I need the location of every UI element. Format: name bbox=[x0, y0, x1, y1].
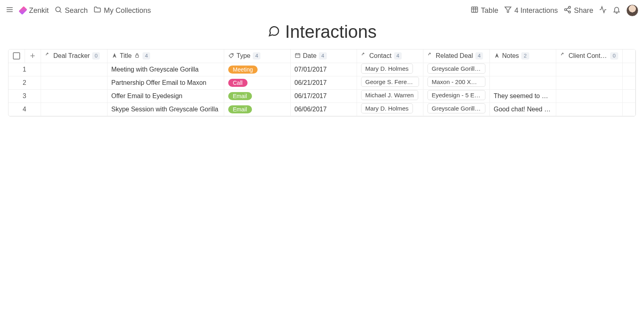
svg-point-10 bbox=[568, 6, 570, 8]
cell-type[interactable]: Email bbox=[224, 89, 290, 103]
row-number[interactable]: 3 bbox=[8, 89, 41, 103]
filter-button[interactable]: 4 Interactions bbox=[504, 6, 558, 16]
col-label: Notes bbox=[502, 52, 519, 60]
col-header-related[interactable]: Related Deal 4 bbox=[423, 49, 489, 63]
related-chip[interactable]: Eyedesign - 5 Eames bbox=[427, 90, 485, 100]
table-row[interactable]: 3Offer Email to EyedesignEmail06/17/2017… bbox=[8, 89, 636, 103]
cell-date[interactable]: 06/17/2017 bbox=[290, 89, 357, 103]
cell-related[interactable]: Maxon - 200 XA120 De bbox=[423, 76, 489, 89]
svg-rect-17 bbox=[295, 53, 299, 57]
share-button[interactable]: Share bbox=[564, 6, 593, 16]
cell-dealtracker[interactable] bbox=[41, 76, 107, 89]
table-row[interactable]: 1Meeting with Greyscale GorillaMeeting07… bbox=[8, 63, 636, 76]
related-chip[interactable]: Maxon - 200 XA120 De bbox=[427, 77, 485, 87]
cell-notes[interactable]: They seemed to be i… bbox=[489, 89, 556, 103]
cell-related[interactable]: Greyscale Gorilla Stud bbox=[423, 103, 489, 116]
svg-point-11 bbox=[564, 8, 566, 10]
cell-dealtracker[interactable] bbox=[41, 103, 107, 116]
col-header-date[interactable]: Date 4 bbox=[290, 49, 357, 63]
col-header-contact[interactable]: Contact 4 bbox=[357, 49, 423, 63]
type-pill: Email bbox=[228, 105, 252, 113]
data-table: + Deal Tracker 0 Title 4 bbox=[8, 49, 636, 117]
svg-rect-15 bbox=[136, 55, 139, 57]
contact-chip[interactable]: Mary D. Holmes bbox=[361, 64, 413, 74]
cell-notes[interactable] bbox=[489, 76, 556, 89]
cell-date[interactable]: 07/01/2017 bbox=[290, 63, 357, 76]
select-all-header[interactable] bbox=[8, 49, 25, 63]
col-label: Client Contact … bbox=[569, 52, 608, 60]
topbar: Zenkit Search My Collections Table 4 I bbox=[0, 0, 644, 21]
hamburger-icon[interactable] bbox=[6, 6, 14, 15]
cell-related[interactable]: Eyedesign - 5 Eames bbox=[423, 89, 489, 103]
cell-type[interactable]: Meeting bbox=[224, 63, 290, 76]
plus-icon[interactable]: + bbox=[25, 51, 41, 60]
cell-contact[interactable]: Michael J. Warren bbox=[357, 89, 423, 103]
cell-notes[interactable] bbox=[489, 63, 556, 76]
cell-contact[interactable]: George S. Ferebee bbox=[357, 76, 423, 89]
col-header-type[interactable]: Type 4 bbox=[224, 49, 290, 63]
activity-icon[interactable] bbox=[599, 6, 607, 15]
svg-line-4 bbox=[60, 11, 62, 12]
count-badge: 2 bbox=[521, 52, 529, 60]
table-row[interactable]: 4Skype Session with Greyscale GorillaEma… bbox=[8, 103, 636, 116]
cell-client[interactable] bbox=[556, 89, 622, 103]
table-icon bbox=[471, 6, 479, 16]
collections-link[interactable]: My Collections bbox=[93, 6, 151, 16]
row-number[interactable]: 1 bbox=[8, 63, 41, 76]
cell-title[interactable]: Meeting with Greyscale Gorilla bbox=[107, 63, 224, 76]
row-number[interactable]: 2 bbox=[8, 76, 41, 89]
cell-extra bbox=[622, 76, 636, 89]
cell-dealtracker[interactable] bbox=[41, 63, 107, 76]
col-header-extra bbox=[622, 49, 636, 63]
col-header-dealtracker[interactable]: Deal Tracker 0 bbox=[41, 49, 107, 63]
bell-icon[interactable] bbox=[613, 6, 621, 15]
cell-title[interactable]: Skype Session with Greyscale Gorilla bbox=[107, 103, 224, 116]
reference-icon bbox=[560, 52, 566, 60]
svg-point-12 bbox=[568, 11, 570, 13]
cell-related[interactable]: Greyscale Gorilla Stud bbox=[423, 63, 489, 76]
cell-notes[interactable]: Good chat! Need to … bbox=[489, 103, 556, 116]
related-chip[interactable]: Greyscale Gorilla Stud bbox=[427, 64, 485, 74]
svg-marker-9 bbox=[505, 7, 511, 12]
col-header-client[interactable]: Client Contact … 0 bbox=[556, 49, 622, 63]
checkbox-icon[interactable] bbox=[13, 52, 20, 60]
chat-bubble-icon bbox=[267, 25, 280, 39]
header-row: + Deal Tracker 0 Title 4 bbox=[8, 49, 636, 63]
cell-contact[interactable]: Mary D. Holmes bbox=[357, 103, 423, 116]
row-number[interactable]: 4 bbox=[8, 103, 41, 116]
col-header-notes[interactable]: Notes 2 bbox=[489, 49, 556, 63]
zenkit-logo-icon bbox=[19, 6, 27, 15]
col-label: Type bbox=[237, 52, 251, 60]
calendar-icon bbox=[295, 52, 301, 60]
contact-chip[interactable]: George S. Ferebee bbox=[361, 77, 419, 87]
cell-dealtracker[interactable] bbox=[41, 89, 107, 103]
col-label: Title bbox=[120, 52, 132, 60]
add-row-header[interactable]: + bbox=[25, 49, 41, 63]
page-header: Interactions bbox=[0, 21, 644, 49]
cell-client[interactable] bbox=[556, 76, 622, 89]
view-switcher[interactable]: Table bbox=[471, 6, 498, 16]
search-link[interactable]: Search bbox=[54, 6, 88, 16]
cell-extra bbox=[622, 63, 636, 76]
svg-point-3 bbox=[56, 7, 60, 12]
cell-title[interactable]: Offer Email to Eyedesign bbox=[107, 89, 224, 103]
share-icon bbox=[564, 6, 572, 16]
contact-chip[interactable]: Mary D. Holmes bbox=[361, 103, 413, 113]
avatar[interactable] bbox=[626, 4, 638, 16]
cell-type[interactable]: Email bbox=[224, 103, 290, 116]
cell-contact[interactable]: Mary D. Holmes bbox=[357, 63, 423, 76]
cell-title[interactable]: Partnership Offer Email to Maxon bbox=[107, 76, 224, 89]
table-row[interactable]: 2Partnership Offer Email to MaxonCall06/… bbox=[8, 76, 636, 89]
cell-date[interactable]: 06/06/2017 bbox=[290, 103, 357, 116]
related-chip[interactable]: Greyscale Gorilla Stud bbox=[427, 103, 485, 113]
reference-icon bbox=[45, 52, 51, 60]
contact-chip[interactable]: Michael J. Warren bbox=[361, 90, 418, 100]
cell-client[interactable] bbox=[556, 103, 622, 116]
cell-date[interactable]: 06/21/2017 bbox=[290, 76, 357, 89]
search-icon bbox=[54, 6, 62, 16]
col-label: Related Deal bbox=[436, 52, 473, 60]
cell-client[interactable] bbox=[556, 63, 622, 76]
brand-link[interactable]: Zenkit bbox=[19, 6, 49, 15]
cell-type[interactable]: Call bbox=[224, 76, 290, 89]
col-header-title[interactable]: Title 4 bbox=[107, 49, 224, 63]
